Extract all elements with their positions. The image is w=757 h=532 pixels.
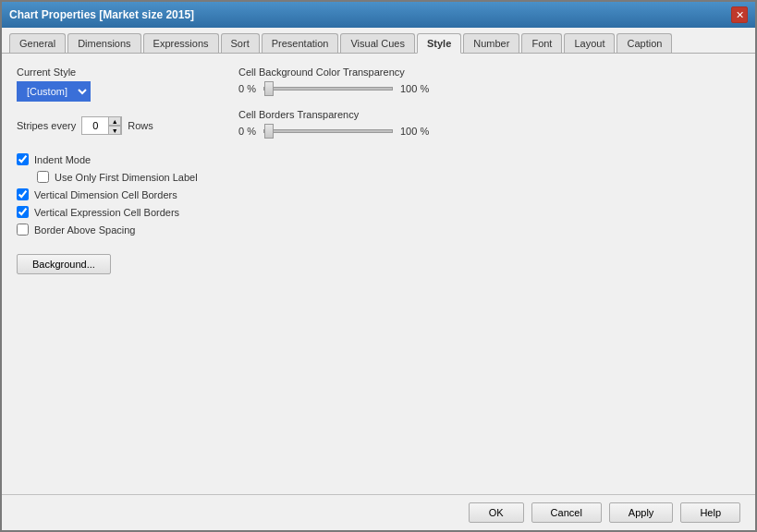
spinner-up[interactable]: ▲ [108, 116, 121, 126]
border-above-checkbox[interactable] [17, 224, 29, 236]
background-button[interactable]: Background... [17, 254, 111, 274]
vertical-dimension-row: Vertical Dimension Cell Borders [17, 188, 220, 200]
stripes-spinner: ▲ ▼ [81, 116, 122, 135]
cell-bg-min-value: 0 % [238, 83, 256, 94]
vertical-dimension-label: Vertical Dimension Cell Borders [34, 189, 177, 200]
tab-general[interactable]: General [9, 33, 66, 53]
use-only-first-row: Use Only First Dimension Label [17, 171, 220, 183]
rows-label: Rows [128, 120, 153, 131]
cell-border-min-value: 0 % [238, 126, 256, 137]
style-dropdown: [Custom] [17, 81, 220, 102]
border-above-label: Border Above Spacing [34, 224, 135, 236]
current-style-label: Current Style [17, 66, 220, 78]
use-only-first-label: Use Only First Dimension Label [55, 172, 198, 183]
tab-presentation[interactable]: Presentation [262, 33, 339, 53]
apply-button[interactable]: Apply [609, 502, 674, 523]
cell-bg-slider-track [263, 87, 393, 91]
tab-sort[interactable]: Sort [221, 33, 260, 53]
tab-caption[interactable]: Caption [617, 33, 672, 53]
indent-mode-row: Indent Mode [17, 153, 220, 165]
cell-bg-slider-row: 0 % 100 % [238, 83, 740, 94]
left-column: Current Style [Custom] Stripes every ▲ [17, 66, 220, 274]
vertical-expression-checkbox[interactable] [17, 206, 29, 218]
tab-dimensions[interactable]: Dimensions [67, 33, 140, 53]
layout-main: Current Style [Custom] Stripes every ▲ [17, 66, 740, 274]
right-column: Cell Background Color Transparency 0 % 1… [220, 66, 740, 274]
tab-visual-cues[interactable]: Visual Cues [340, 33, 415, 53]
tab-number[interactable]: Number [463, 33, 519, 53]
bottom-bar: OK Cancel Apply Help [2, 494, 755, 530]
indent-mode-label: Indent Mode [34, 154, 91, 165]
spinner-buttons: ▲ ▼ [108, 116, 121, 135]
tab-font[interactable]: Font [521, 33, 562, 53]
tab-layout[interactable]: Layout [564, 33, 615, 53]
tabs-container: General Dimensions Expressions Sort Pres… [2, 28, 755, 54]
vertical-expression-label: Vertical Expression Cell Borders [34, 207, 179, 218]
cell-border-slider-thumb[interactable] [264, 124, 274, 139]
cell-bg-max-value: 100 % [400, 83, 429, 94]
content-area: Current Style [Custom] Stripes every ▲ [2, 54, 755, 494]
cancel-button[interactable]: Cancel [531, 502, 602, 523]
cell-bg-transparency-section: Cell Background Color Transparency 0 % 1… [238, 66, 740, 94]
cell-border-max-value: 100 % [400, 126, 429, 137]
cell-border-transparency-section: Cell Borders Transparency 0 % 100 % [238, 109, 740, 137]
window-title: Chart Properties [Market size 2015] [9, 8, 194, 21]
tab-style[interactable]: Style [417, 33, 461, 54]
vertical-expression-row: Vertical Expression Cell Borders [17, 206, 220, 218]
border-above-row: Border Above Spacing [17, 224, 220, 236]
cell-border-transparency-label: Cell Borders Transparency [238, 109, 740, 120]
close-button[interactable]: ✕ [731, 6, 748, 23]
cell-bg-slider-thumb[interactable] [264, 81, 274, 96]
help-button[interactable]: Help [680, 502, 740, 523]
current-style-section: Current Style [Custom] [17, 66, 220, 102]
cell-bg-transparency-label: Cell Background Color Transparency [238, 66, 740, 78]
cell-border-slider-track [263, 129, 393, 133]
ok-button[interactable]: OK [469, 502, 524, 523]
stripes-input[interactable] [82, 117, 108, 134]
indent-mode-checkbox[interactable] [17, 153, 29, 165]
spinner-down[interactable]: ▼ [108, 126, 121, 135]
title-bar: Chart Properties [Market size 2015] ✕ [2, 2, 755, 28]
style-select[interactable]: [Custom] [17, 81, 91, 102]
use-only-first-checkbox[interactable] [37, 171, 49, 183]
main-window: Chart Properties [Market size 2015] ✕ Ge… [0, 0, 757, 532]
cell-border-slider-row: 0 % 100 % [238, 126, 740, 137]
stripes-row: Stripes every ▲ ▼ Rows [17, 116, 220, 135]
stripes-label: Stripes every [17, 120, 76, 131]
checkboxes-section: Indent Mode Use Only First Dimension Lab… [17, 153, 220, 236]
vertical-dimension-checkbox[interactable] [17, 188, 29, 200]
tab-expressions[interactable]: Expressions [143, 33, 219, 53]
